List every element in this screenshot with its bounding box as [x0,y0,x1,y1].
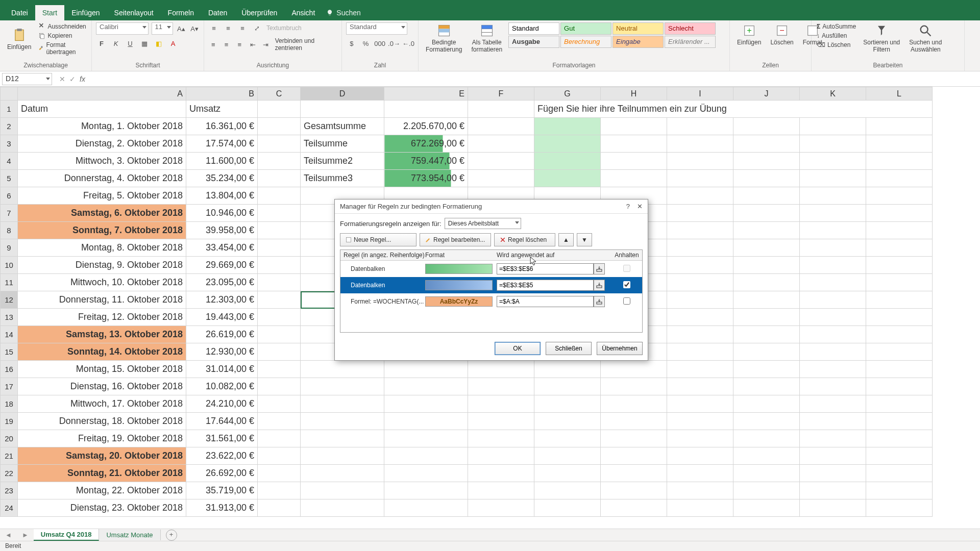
cancel-formula-button[interactable]: ✕ [59,75,65,83]
cell[interactable] [384,499,468,517]
tab-daten[interactable]: Daten [201,5,234,20]
autosum-button[interactable]: ΣAutoSumme [816,22,857,31]
cell[interactable] [733,343,800,361]
cell[interactable]: 759.447,00 € [384,153,468,170]
bold-button[interactable]: F [96,38,107,49]
col-header-J[interactable]: J [733,87,800,101]
cell[interactable] [258,361,301,378]
cell[interactable] [534,447,601,465]
cell[interactable] [534,170,601,187]
tab-ueberpruefen[interactable]: Überprüfen [234,5,284,20]
cell[interactable] [601,361,667,378]
cell[interactable]: 11.600,00 € [186,153,258,170]
cell[interactable]: Dienstag, 23. Oktober 2018 [18,499,186,517]
row-header[interactable]: 22 [1,465,18,482]
cell[interactable] [301,361,384,378]
cell[interactable] [468,482,534,499]
cell[interactable] [866,465,933,482]
cell[interactable]: Montag, 15. Oktober 2018 [18,361,186,378]
orientation-button[interactable]: ⤢ [251,22,262,34]
cell[interactable] [800,153,866,170]
cell[interactable] [258,499,301,517]
move-down-button[interactable]: ▼ [577,233,592,246]
row-header[interactable]: 16 [1,361,18,378]
range-select-button[interactable] [594,296,605,307]
cell[interactable] [468,413,534,430]
cell[interactable] [534,118,601,135]
comma-format-button[interactable]: 000 [374,38,385,49]
cell[interactable] [733,378,800,395]
cell[interactable] [258,395,301,413]
cell[interactable] [866,499,933,517]
cell[interactable] [258,153,301,170]
cell[interactable] [733,499,800,517]
cell[interactable] [258,187,301,205]
cell[interactable] [866,482,933,499]
align-right-button[interactable]: ≡ [234,39,244,50]
cell[interactable] [800,499,866,517]
tab-seitenlayout[interactable]: Seitenlayout [107,5,161,20]
percent-format-button[interactable]: % [360,38,372,49]
row-header[interactable]: 3 [1,135,18,153]
cell[interactable] [866,309,933,326]
close-button[interactable]: Schließen [546,342,592,355]
apply-button[interactable]: Übernehmen [597,342,643,355]
cell[interactable] [601,499,667,517]
cell[interactable] [800,118,866,135]
cell[interactable] [384,430,468,447]
col-header-K[interactable]: K [800,87,866,101]
cell[interactable]: Mittwoch, 17. Oktober 2018 [18,395,186,413]
col-header-L[interactable]: L [866,87,933,101]
cell[interactable]: Freitag, 12. Oktober 2018 [18,309,186,326]
cell[interactable] [384,413,468,430]
merge-center-button[interactable]: Verbinden und zentrieren [274,37,337,52]
cell[interactable] [866,274,933,291]
cell[interactable] [534,499,601,517]
cell[interactable]: Montag, 1. Oktober 2018 [18,118,186,135]
cell[interactable] [733,170,800,187]
cell[interactable] [800,343,866,361]
cell[interactable] [733,361,800,378]
cell[interactable]: 13.804,00 € [186,187,258,205]
cell[interactable]: Sonntag, 7. Oktober 2018 [18,222,186,239]
cell[interactable] [534,153,601,170]
cell[interactable]: Mittwoch, 10. Oktober 2018 [18,274,186,291]
cell[interactable]: Montag, 8. Oktober 2018 [18,239,186,257]
insert-cells-button[interactable]: +Einfügen [734,22,764,47]
stop-if-true-checkbox[interactable] [623,265,630,272]
cell[interactable]: Umsatz [186,101,258,118]
cell[interactable] [866,135,933,153]
cell[interactable]: 29.669,00 € [186,257,258,274]
sheet-nav-next[interactable]: ► [17,531,34,539]
cell[interactable] [667,499,733,517]
range-select-button[interactable] [594,263,605,274]
cell[interactable] [468,465,534,482]
select-all-corner[interactable] [1,87,18,101]
cell[interactable]: Samstag, 6. Oktober 2018 [18,205,186,222]
cell[interactable] [733,309,800,326]
sheet-tab-other[interactable]: Umsatz Monate [99,530,160,540]
sheet-tab-active[interactable]: Umsatz Q4 2018 [34,529,100,541]
cell[interactable]: 16.361,00 € [186,118,258,135]
cell[interactable] [866,343,933,361]
row-header[interactable]: 21 [1,447,18,465]
cell[interactable] [866,170,933,187]
cell[interactable] [733,153,800,170]
tab-start[interactable]: Start [35,5,65,20]
cell[interactable] [800,413,866,430]
cell[interactable]: 12.930,00 € [186,343,258,361]
cell[interactable] [866,239,933,257]
cell[interactable] [866,430,933,447]
cell[interactable] [258,239,301,257]
font-color-button[interactable]: A [167,38,179,49]
cut-button[interactable]: Ausschneiden [37,22,87,31]
cell[interactable]: 35.719,00 € [186,482,258,499]
align-left-button[interactable]: ≡ [208,39,218,50]
col-header-H[interactable]: H [601,87,667,101]
cell[interactable] [468,395,534,413]
style-schlecht[interactable]: Schlecht [665,22,716,35]
cell[interactable] [667,222,733,239]
fill-button[interactable]: ↓Ausfüllen [816,32,857,40]
cell[interactable] [800,205,866,222]
row-header[interactable]: 1 [1,101,18,118]
